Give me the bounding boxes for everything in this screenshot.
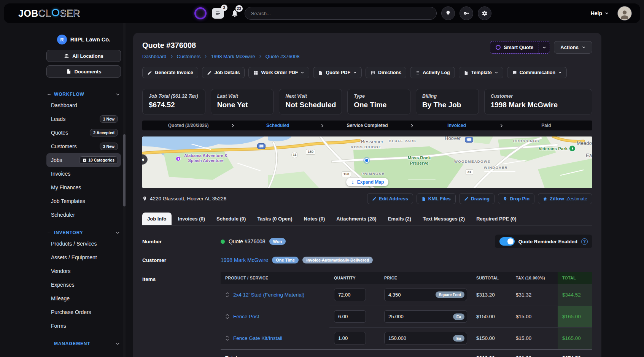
tab-invoices[interactable]: Invoices (0) [173, 213, 210, 225]
drawing-button[interactable]: Drawing [459, 193, 495, 204]
quote-number-value: Quote #376008 [229, 238, 266, 244]
map[interactable]: 20 11 150 150 31 65 Alabama Adventure & … [142, 136, 592, 188]
section-inventory-label: INVENTORY [54, 230, 83, 235]
zillow-zestimate-button[interactable]: Zillow Zestimate [538, 193, 592, 204]
sidebar-item-mileage[interactable]: Mileage [46, 292, 121, 305]
sidebar-item-vendors[interactable]: Vendors [46, 264, 121, 278]
breadcrumb-customer[interactable]: 1998 Mark McGwire [211, 54, 255, 59]
notifications-button[interactable]: 23 [229, 8, 240, 19]
chevron-down-icon [115, 92, 120, 97]
map-location-dot [364, 158, 369, 163]
reorder-handle[interactable] [225, 313, 229, 320]
template-button[interactable]: Template [459, 67, 503, 78]
tab-schedule[interactable]: Schedule (0) [211, 213, 251, 225]
building-icon [64, 53, 69, 59]
progress-step-paid: Paid [504, 123, 588, 128]
chevron-down-icon [495, 71, 498, 75]
sidebar-item-assets-equipment[interactable]: Assets / Equipment [46, 251, 121, 264]
tab-required-ppe[interactable]: Required PPE (0) [471, 213, 521, 225]
activity-log-button[interactable]: Activity Log [410, 67, 455, 78]
tab-text-messages[interactable]: Text Messages (2) [418, 213, 470, 225]
sidebar-item-invoices[interactable]: Invoices [46, 167, 121, 181]
communication-button[interactable]: Communication [507, 67, 567, 78]
sidebar-item-customers[interactable]: Customers3 New [46, 140, 121, 153]
tab-attachments[interactable]: Attachments (28) [331, 213, 381, 225]
settings-button[interactable] [478, 6, 491, 20]
quantity-input[interactable] [334, 289, 366, 301]
logo-text-light-2: SER [60, 8, 80, 19]
company-avatar: R [57, 35, 67, 44]
reorder-handle[interactable] [225, 335, 229, 341]
edit-address-button[interactable]: Edit Address [367, 193, 413, 204]
section-management-header[interactable]: MANAGEMENT [46, 340, 121, 348]
quote-reminder-label: Quote Reminder Enabled [518, 239, 577, 244]
status-ring-icon[interactable] [194, 7, 207, 19]
product-link[interactable]: Fence Gate Kit/Install [233, 335, 282, 341]
actions-button[interactable]: Actions [554, 41, 592, 54]
kml-files-button[interactable]: KML Files [417, 193, 456, 204]
map-label-meadowbrook: Meadowbrook [577, 140, 592, 146]
documents-button[interactable]: Documents [46, 65, 121, 78]
work-order-pdf-button[interactable]: Work Order PDF [248, 67, 309, 78]
sidebar-item-dashboard[interactable]: Dashboard [46, 98, 121, 112]
subtotal-cell: $150.00 [472, 306, 511, 327]
tab-notes[interactable]: Notes (0) [299, 213, 330, 225]
status-dot-icon [221, 240, 225, 244]
sidebar-item-expenses[interactable]: Expenses [46, 278, 121, 292]
all-locations-button[interactable]: All Locations [46, 50, 121, 62]
sidebar-item-jobs[interactable]: Jobs 10 Categories [46, 153, 121, 167]
sidebar-item-forms[interactable]: Forms [46, 319, 121, 333]
expand-map-button[interactable]: Expand Map [346, 178, 389, 186]
chevron-right-icon [410, 123, 415, 128]
reorder-handle[interactable] [225, 292, 229, 298]
map-label-eagle: Eagle [586, 152, 592, 158]
queue-button[interactable]: 3 [211, 7, 225, 19]
sidebar-item-quotes[interactable]: Quotes2 Accepted [46, 126, 121, 140]
ideas-button[interactable] [441, 6, 455, 20]
tab-tasks[interactable]: Tasks (0 Open) [252, 213, 297, 225]
customer-link[interactable]: 1998 Mark McGwire [221, 257, 268, 263]
help-menu[interactable]: Help [591, 10, 609, 16]
company-selector[interactable]: R RIIPL Lawn Co. [46, 35, 121, 44]
attraction-poi-icon [176, 156, 181, 161]
quantity-input[interactable] [334, 310, 366, 323]
sidebar-item-leads[interactable]: Leads1 New [46, 112, 121, 126]
sidebar-scrollbar-thumb[interactable] [123, 134, 126, 206]
breadcrumb-customers[interactable]: Customers [177, 54, 201, 59]
section-inventory-header[interactable]: INVENTORY [46, 228, 121, 237]
sidebar-item-job-templates[interactable]: Job Templates [46, 194, 121, 208]
sidebar-item-my-finances[interactable]: My Finances [46, 181, 121, 194]
map-label-primrose: PRIMROSE [361, 171, 385, 176]
section-workflow-header[interactable]: WORKFLOW [46, 90, 121, 98]
help-circle-icon[interactable]: ? [581, 238, 588, 245]
job-details-button[interactable]: Job Details [202, 67, 245, 78]
quantity-input[interactable] [334, 332, 366, 344]
quotes-badge: 2 Accepted [90, 129, 118, 136]
sidebar-item-scheduler[interactable]: Scheduler [46, 208, 121, 222]
directions-button[interactable]: Directions [366, 67, 406, 78]
company-name: RIIPL Lawn Co. [70, 36, 110, 43]
generate-invoice-button[interactable]: Generate Invoice [142, 67, 198, 78]
product-link[interactable]: Fence Post [233, 314, 259, 319]
user-avatar[interactable] [617, 6, 632, 21]
smart-quote-dropdown-button[interactable] [539, 41, 550, 54]
stat-card-type: Type One Time [347, 89, 410, 114]
search-input[interactable] [245, 7, 437, 20]
unit-badge: Square Foot [436, 292, 464, 298]
tab-job-info[interactable]: Job Info [142, 213, 172, 225]
breadcrumb-dashboard[interactable]: Dashboard [142, 54, 167, 59]
drop-pin-button[interactable]: Drop Pin [498, 193, 534, 204]
quote-reminder-toggle[interactable] [499, 237, 515, 246]
access-button[interactable] [460, 6, 473, 20]
smart-quote-button[interactable]: Smart Quote [490, 41, 539, 54]
product-link[interactable]: 2x4 12' Stud (Fencing Material) [233, 292, 304, 298]
progress-step-quoted: Quoted (2/20/2026) [146, 123, 231, 128]
chevron-down-icon [115, 230, 120, 235]
quote-pdf-button[interactable]: Quote PDF [313, 67, 362, 78]
sidebar-item-purchase-orders[interactable]: Purchase Orders [46, 305, 121, 319]
map-label-moss-rock-preserve: Moss Rock Preserve [405, 155, 434, 166]
tab-emails[interactable]: Emails (2) [383, 213, 416, 225]
sidebar-item-products-services[interactable]: Products / Services [46, 237, 121, 251]
breadcrumb-quote[interactable]: Quote #376008 [266, 54, 300, 59]
list-icon [415, 70, 420, 75]
